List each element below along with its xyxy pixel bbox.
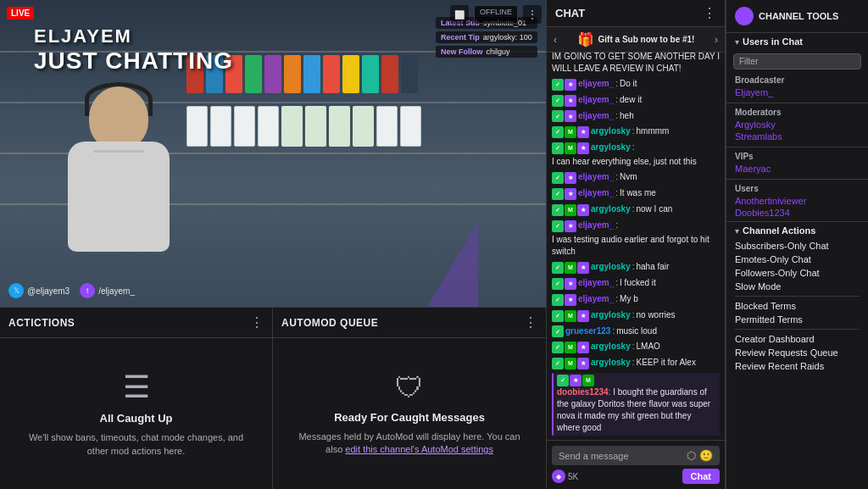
action-permitted-terms[interactable]: Permitted Terms xyxy=(735,313,860,326)
chat-message: ✓★eljayem_: heh xyxy=(552,109,720,124)
bottom-panels: ACTICTIONS ⋮ ☰ All Caught Up We'll show … xyxy=(0,307,546,489)
gift-sub-text: Gift a Sub now to be #1! xyxy=(598,35,695,45)
action-review-raids[interactable]: Review Recent Raids xyxy=(735,359,860,373)
twitter-icon: 𝕏 xyxy=(8,283,24,298)
mod-actions-empty: ☰ All Caught Up We'll show bans, timeout… xyxy=(0,338,272,489)
automod-settings-link[interactable]: edit this channel's AutoMod settings xyxy=(345,444,493,454)
separator-actions-1 xyxy=(735,296,860,297)
channel-title-overlay: ELJAYEM JUST CHATTING xyxy=(34,25,233,75)
users-section: Users Anothertiniviewer Doobies1234 xyxy=(726,181,868,221)
action-creator-dashboard[interactable]: Creator Dashboard xyxy=(735,332,860,346)
automod-menu-icon[interactable]: ⋮ xyxy=(524,314,537,331)
chat-input-icons: ⬡ 🙂 xyxy=(687,449,713,462)
more-options-icon[interactable]: ⋮ xyxy=(523,5,542,24)
automod-empty-desc: Messages held by AutoMod will display he… xyxy=(290,431,529,457)
filter-input[interactable] xyxy=(733,53,861,69)
gift-sub-banner: ‹ 🎁 Gift a Sub now to be #1! › xyxy=(547,27,725,53)
channel-actions-section: ▾ Channel Actions Subscribers-Only Chat … xyxy=(726,221,868,376)
chat-input-wrapper: ⬡ 🙂 xyxy=(552,446,720,465)
twitter-handle: @eljayem3 xyxy=(27,286,70,296)
action-followers-only[interactable]: Followers-Only Chat xyxy=(735,266,860,280)
separator-1 xyxy=(726,103,868,103)
channel-avatar xyxy=(735,7,754,25)
moderator-argylosky[interactable]: Argylosky xyxy=(735,119,860,131)
channel-name: ELJAYEM xyxy=(34,25,233,47)
points-icon[interactable]: ⬡ xyxy=(687,449,696,462)
chevron-down-icon: ▾ xyxy=(735,37,739,47)
filter-wrapper xyxy=(726,50,868,73)
user-anothertiniviewer[interactable]: Anothertiniviewer xyxy=(735,195,860,207)
right-panel: CHANNEL TOOLS ▾ Users in Chat Broadcaste… xyxy=(726,0,868,489)
channel-tools-header: CHANNEL TOOLS xyxy=(726,0,868,33)
chat-message: ✓★eljayem_: My b xyxy=(552,292,720,307)
gift-icon: 🎁 xyxy=(577,31,594,47)
automod-empty: 🛡 Ready For Caught Messages Messages hel… xyxy=(273,338,546,489)
vip-maeryac[interactable]: Maeryac xyxy=(735,163,860,175)
gift-sub-prev-icon[interactable]: ‹ xyxy=(554,34,557,46)
users-in-chat-toggle[interactable]: ▾ Users in Chat xyxy=(726,33,868,50)
chat-message: ✓★eljayem_: I fucked it xyxy=(552,276,720,291)
mod-actions-menu-icon[interactable]: ⋮ xyxy=(250,314,264,331)
chat-input[interactable] xyxy=(559,451,683,461)
automod-title: AUTOMOD QUEUE xyxy=(281,317,378,329)
chat-title: CHAT xyxy=(555,7,585,19)
new-follower-value: chilguy xyxy=(487,47,510,56)
channel-actions-toggle[interactable]: ▾ Channel Actions xyxy=(735,225,860,236)
chat-message: ✓M★argylosky: now I can xyxy=(552,203,720,217)
action-slow-mode[interactable]: Slow Mode xyxy=(735,280,860,293)
chat-menu-icon[interactable]: ⋮ xyxy=(703,5,716,21)
highlighted-message: ✓★M doobies1234: I bought the guardians … xyxy=(552,373,720,436)
action-review-requests[interactable]: Review Requests Queue xyxy=(735,346,860,359)
action-subscribers-only[interactable]: Subscribers-Only Chat xyxy=(735,239,860,253)
video-area: ELJAYEM JUST CHATTING Latest Sub symbiot… xyxy=(0,0,546,307)
users-in-chat-label: Users in Chat xyxy=(743,36,803,47)
action-emotes-only[interactable]: Emotes-Only Chat xyxy=(735,253,860,266)
offline-badge: OFFLINE xyxy=(474,5,518,24)
action-blocked-terms[interactable]: Blocked Terms xyxy=(735,299,860,313)
twitter-item: 𝕏 @eljayem3 xyxy=(8,283,70,298)
chat-input-area: ⬡ 🙂 ◆ 5K Chat xyxy=(547,440,725,489)
broadcaster-name-link[interactable]: Eljayem_ xyxy=(735,86,860,98)
left-panel: ELJAYEM JUST CHATTING Latest Sub symbiot… xyxy=(0,0,546,489)
chat-message: ✓★eljayem_: It was me xyxy=(552,186,720,201)
automod-panel: AUTOMOD QUEUE ⋮ 🛡 Ready For Caught Messa… xyxy=(273,308,546,489)
chat-message: ✓★eljayem_: Nvm xyxy=(552,170,720,185)
moderators-label: Moderators xyxy=(735,108,860,117)
separator-actions-2 xyxy=(735,329,860,330)
channel-actions-label: Channel Actions xyxy=(743,225,815,236)
vips-section: VIPs Maeryac xyxy=(726,149,868,177)
mod-actions-empty-title: All Caught Up xyxy=(100,412,173,425)
stream-title: JUST CHATTING xyxy=(34,47,233,75)
chevron-down-icon-2: ▾ xyxy=(735,226,739,236)
chat-bottom-bar: ◆ 5K Chat xyxy=(552,469,720,484)
broadcaster-section: Broadcaster Eljayem_ xyxy=(726,73,868,101)
video-background: ELJAYEM JUST CHATTING Latest Sub symbiot… xyxy=(0,0,546,307)
streamer-figure xyxy=(42,86,195,281)
channel-tools-title: CHANNEL TOOLS xyxy=(759,11,860,21)
new-follower-box: New Follow chilguy xyxy=(436,46,537,58)
twitch-icon: t xyxy=(80,283,95,298)
mod-actions-panel: ACTICTIONS ⋮ ☰ All Caught Up We'll show … xyxy=(0,308,273,489)
emote-icon[interactable]: 🙂 xyxy=(699,449,713,462)
chat-submit-button[interactable]: Chat xyxy=(682,469,720,484)
users-label: Users xyxy=(735,184,860,193)
stream-status: LIVE xyxy=(7,7,34,19)
chat-message: ✓★eljayem_: Do it xyxy=(552,77,720,92)
user-doobies1234[interactable]: Doobies1234 xyxy=(735,207,860,219)
deco-triangle xyxy=(427,222,478,307)
streamer-head xyxy=(89,86,148,150)
automod-header: AUTOMOD QUEUE ⋮ xyxy=(273,308,546,338)
chat-message: ✓★Mdoobies1234: IM GOING TO GET SOME ANO… xyxy=(552,53,720,75)
mod-actions-empty-desc: We'll show bans, timeouts, chat mode cha… xyxy=(17,431,255,458)
vips-label: VIPs xyxy=(735,152,860,161)
chat-message: ✓M★argylosky: no worries xyxy=(552,308,720,323)
record-icon[interactable]: ⬜ xyxy=(450,5,469,24)
recent-tip-label: Recent Tip xyxy=(441,33,480,42)
chat-header: CHAT ⋮ xyxy=(547,0,725,27)
moderator-streamlabs[interactable]: Streamlabs xyxy=(735,131,860,142)
chat-points: ◆ 5K xyxy=(552,470,578,483)
social-bar: 𝕏 @eljayem3 t /eljayem_ xyxy=(8,283,135,298)
chat-messages: ✓grueser123: eww✓★eljayem_: Fuck the ASX… xyxy=(547,53,725,440)
gift-sub-next-icon[interactable]: › xyxy=(715,34,718,46)
chat-message: ✓★eljayem_: I was testing audio earlier … xyxy=(552,219,720,258)
